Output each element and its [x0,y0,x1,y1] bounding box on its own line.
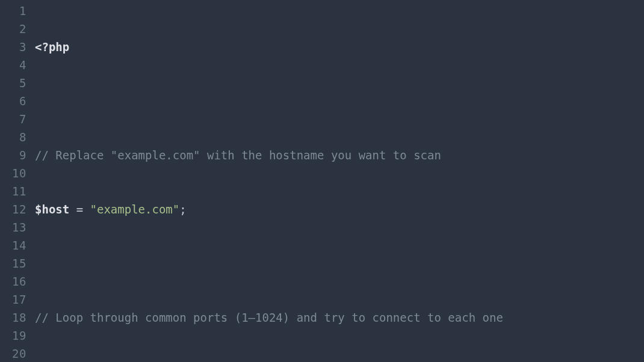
comment: // Loop through common ports (1–1024) an… [35,311,503,324]
line-number: 13 [0,218,26,236]
code-line[interactable]: // Replace "example.com" with the hostna… [35,146,644,164]
line-number: 20 [0,345,26,362]
line-number: 14 [0,236,26,254]
line-number: 9 [0,146,26,164]
line-number: 8 [0,128,26,146]
code-area[interactable]: <?php // Replace "example.com" with the … [35,0,644,362]
code-editor[interactable]: 1 2 3 4 5 6 7 8 9 10 11 12 13 14 15 16 1… [0,0,644,362]
punct: ; [179,203,186,216]
string-literal: "example.com" [90,203,180,216]
line-number: 17 [0,290,26,308]
line-number: 2 [0,20,26,38]
line-number: 18 [0,308,26,327]
comment: // Replace "example.com" with the hostna… [35,149,441,162]
php-open-tag: <?php [35,40,69,54]
line-number: 5 [0,74,26,92]
code-line[interactable]: // Loop through common ports (1–1024) an… [35,308,644,327]
line-number: 6 [0,92,26,110]
line-number: 19 [0,327,26,345]
line-number: 16 [0,272,26,290]
line-number: 3 [0,38,26,56]
line-number: 4 [0,56,26,74]
line-number: 15 [0,254,26,272]
line-number: 10 [0,164,26,182]
code-line[interactable] [35,254,644,272]
line-number: 7 [0,110,26,128]
code-line[interactable]: $host = "example.com"; [35,200,644,218]
code-line[interactable]: <?php [35,38,644,56]
line-number: 12 [0,200,26,218]
variable: $host [35,203,69,216]
line-number: 11 [0,182,26,200]
line-number: 1 [0,2,26,20]
operator: = [69,203,90,216]
code-line[interactable] [35,92,644,110]
line-number-gutter: 1 2 3 4 5 6 7 8 9 10 11 12 13 14 15 16 1… [0,0,35,362]
